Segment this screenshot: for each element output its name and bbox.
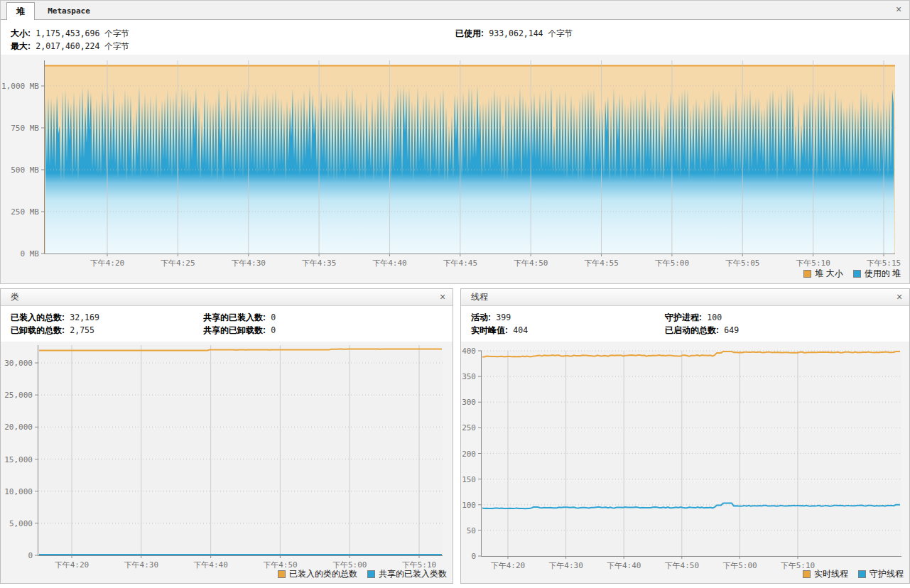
heap-panel: 堆 Metaspace × 大小: 1,175,453,696 个字节 最大: … [0, 0, 910, 284]
heap-used-value: 933,062,144 个字节 [489, 28, 573, 38]
legend-item-used-heap: 使用的 堆 [853, 268, 901, 280]
classes-shared-loaded-stat: 共享的已装入数: 0 [203, 312, 276, 324]
legend-item-heap-size: 堆 大小 [803, 268, 843, 280]
stat-value: 0 [271, 312, 276, 322]
svg-text:下午4:20: 下午4:20 [90, 258, 125, 268]
heap-max-stat: 最大: 2,017,460,224 个字节 [11, 40, 129, 53]
heap-used-label: 已使用: [455, 28, 484, 38]
svg-text:200: 200 [462, 450, 476, 459]
threads-title: 线程 [471, 292, 488, 302]
legend-item-live-threads: 实时线程 [803, 568, 848, 580]
close-icon[interactable]: × [892, 4, 905, 16]
shared-classes-swatch [367, 570, 375, 578]
svg-text:500 MB: 500 MB [11, 165, 39, 175]
threads-live-stat: 活动: 399 [471, 312, 511, 324]
threads-peak-stat: 实时峰值: 404 [471, 325, 528, 337]
svg-text:50: 50 [467, 526, 476, 535]
stat-label: 实时峰值: [471, 325, 508, 335]
classes-chart-canvas: 05,00010,00015,00020,00025,00030,000下午4:… [1, 342, 453, 584]
svg-text:250 MB: 250 MB [11, 207, 39, 217]
svg-text:下午4:35: 下午4:35 [302, 258, 337, 268]
svg-text:250: 250 [462, 423, 476, 432]
classes-title: 类 [11, 292, 19, 302]
heap-max-value: 2,017,460,224 个字节 [36, 41, 129, 51]
stat-value: 404 [513, 325, 528, 335]
heap-size-label: 大小: [11, 28, 31, 38]
svg-text:下午5:15: 下午5:15 [867, 258, 901, 268]
svg-text:下午4:30: 下午4:30 [231, 258, 266, 268]
threads-panel: 线程 × 活动: 399 实时峰值: 404 守护进程: 100 已启动的总数:… [460, 288, 910, 584]
threads-header: 线程 × [461, 289, 909, 306]
legend-label: 使用的 堆 [865, 268, 901, 280]
svg-text:100: 100 [462, 501, 476, 510]
svg-text:下午4:50: 下午4:50 [665, 561, 700, 570]
heap-tabbar: 堆 Metaspace × [1, 1, 909, 20]
stat-value: 100 [707, 312, 722, 322]
stat-label: 已启动的总数: [665, 325, 719, 335]
svg-text:300: 300 [462, 398, 476, 407]
svg-text:下午4:55: 下午4:55 [584, 258, 619, 268]
stat-value: 32,169 [70, 312, 99, 322]
heap-stats: 大小: 1,175,453,696 个字节 最大: 2,017,460,224 … [1, 20, 909, 55]
svg-text:20,000: 20,000 [4, 423, 33, 432]
tab-heap[interactable]: 堆 [6, 2, 35, 20]
heap-chart: 0 MB250 MB500 MB750 MB1,000 MB下午4:20下午4:… [1, 55, 909, 283]
heap-size-stat: 大小: 1,175,453,696 个字节 [11, 28, 129, 40]
threads-legend: 实时线程 守护线程 [803, 568, 904, 580]
svg-text:下午4:30: 下午4:30 [548, 561, 583, 570]
tab-metaspace[interactable]: Metaspace [35, 2, 103, 20]
daemon-threads-swatch [858, 570, 866, 578]
heap-size-value: 1,175,453,696 个字节 [36, 28, 129, 38]
svg-text:150: 150 [462, 475, 476, 484]
svg-text:下午5:10: 下午5:10 [796, 258, 830, 268]
stat-label: 活动: [471, 312, 491, 322]
threads-chart-canvas: 050100150200250300350400下午4:20下午4:30下午4:… [461, 342, 909, 584]
heap-max-label: 最大: [11, 41, 31, 51]
svg-text:下午4:40: 下午4:40 [607, 561, 641, 570]
svg-text:25,000: 25,000 [4, 391, 33, 400]
classes-shared-unloaded-stat: 共享的已卸载数: 0 [203, 325, 276, 337]
stat-label: 守护进程: [665, 312, 702, 322]
svg-text:下午5:05: 下午5:05 [725, 258, 760, 268]
threads-chart: 050100150200250300350400下午4:20下午4:30下午4:… [461, 342, 909, 583]
legend-label: 已装入的类的总数 [289, 568, 357, 580]
svg-text:5,000: 5,000 [9, 519, 33, 528]
used-heap-swatch [853, 270, 861, 278]
svg-text:下午4:50: 下午4:50 [514, 258, 548, 268]
svg-text:15,000: 15,000 [4, 455, 33, 464]
threads-started-stat: 已启动的总数: 649 [665, 325, 739, 337]
svg-text:0: 0 [471, 552, 476, 561]
threads-stats: 活动: 399 实时峰值: 404 守护进程: 100 已启动的总数: 649 [461, 306, 909, 342]
legend-label: 共享的已装入类数 [379, 568, 447, 580]
svg-text:下午5:00: 下午5:00 [655, 258, 690, 268]
classes-stats: 已装入的总数: 32,169 已卸载的总数: 2,755 共享的已装入数: 0 … [1, 306, 453, 342]
classes-unloaded-stat: 已卸载的总数: 2,755 [11, 325, 94, 337]
loaded-classes-swatch [278, 570, 286, 578]
legend-label: 守护线程 [870, 568, 904, 580]
stat-label: 共享的已装入数: [203, 312, 266, 322]
classes-header: 类 × [1, 289, 453, 306]
classes-chart: 05,00010,00015,00020,00025,00030,000下午4:… [1, 342, 453, 583]
close-icon[interactable]: × [436, 291, 449, 304]
svg-text:下午4:25: 下午4:25 [161, 258, 195, 268]
svg-text:350: 350 [462, 372, 476, 381]
svg-text:10,000: 10,000 [4, 487, 33, 496]
stat-value: 649 [724, 325, 739, 335]
stat-value: 0 [271, 325, 276, 335]
live-threads-swatch [803, 570, 811, 578]
heap-used-stat: 已使用: 933,062,144 个字节 [455, 28, 573, 40]
legend-label: 堆 大小 [815, 268, 843, 280]
svg-text:750 MB: 750 MB [11, 124, 39, 133]
stat-label: 已卸载的总数: [11, 325, 65, 335]
stat-value: 2,755 [70, 325, 94, 335]
svg-text:下午4:20: 下午4:20 [55, 560, 90, 570]
threads-daemon-stat: 守护进程: 100 [665, 312, 722, 324]
classes-loaded-stat: 已装入的总数: 32,169 [11, 312, 99, 324]
close-icon[interactable]: × [893, 291, 906, 304]
svg-text:30,000: 30,000 [4, 359, 33, 368]
classes-panel: 类 × 已装入的总数: 32,169 已卸载的总数: 2,755 共享的已装入数… [0, 288, 453, 584]
stat-label: 已装入的总数: [11, 312, 65, 322]
svg-text:0 MB: 0 MB [21, 249, 40, 258]
svg-text:下午4:20: 下午4:20 [491, 561, 526, 570]
svg-text:1,000 MB: 1,000 MB [1, 82, 39, 91]
